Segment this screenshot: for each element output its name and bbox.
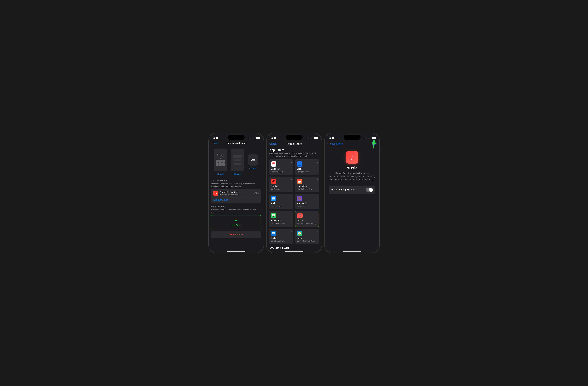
messages-sub: Filter Conversations (271, 222, 291, 224)
dynamic-island-3 (343, 135, 361, 140)
status-icons-1: ▲ ●●●● 100 (248, 137, 259, 139)
app-name-large: Music (346, 166, 357, 170)
filter-messages[interactable]: › 💬 Messages Filter Conversations (269, 211, 293, 227)
chevron-messages: › (291, 213, 292, 215)
signal-icon-1: ●●●● (251, 137, 255, 139)
app-filters-title: App Filters (267, 147, 321, 152)
filter-outlook[interactable]: › 📧 Outlook Set a Focus Profile (269, 228, 293, 244)
chevron-fantastical: › (317, 179, 318, 181)
filter-mammoth[interactable]: › 🦣 Mammoth Focus (295, 194, 319, 209)
status-time-2: 15:41 (271, 137, 276, 139)
preview-time: 15:41 (217, 154, 224, 157)
grid-item-3 (222, 160, 225, 163)
home-indicator-2 (285, 251, 303, 252)
music-sub: Set Use Listening History (297, 223, 317, 225)
lock-screen-item: Choose (231, 148, 244, 175)
safari-sub: Set Profile or Tab Group (297, 240, 317, 242)
lock-screen-preview (231, 148, 244, 171)
phone-preview: 15:41 (214, 148, 227, 171)
battery-icon-1: 100 (256, 137, 259, 139)
power-icon: ⏻ (213, 191, 218, 196)
focus-filters-header: FOCUS FILTERS (209, 204, 264, 208)
calendar-name: Calendar (271, 167, 291, 170)
calendar-sub: Filter Calendars (271, 171, 291, 173)
dynamic-island-1 (228, 135, 245, 140)
wifi-icon-3: ▲ (364, 137, 366, 139)
dynamic-island-2 (286, 135, 303, 140)
calendar-icon: 📅 (271, 161, 276, 167)
status-time-1: 15:41 (213, 137, 218, 139)
grid-item-5 (219, 163, 222, 166)
drafts-icon: 🟦 (297, 161, 302, 167)
back-label-3: Focus Filters (329, 142, 342, 145)
smart-activation-sub: Turns on automatically (220, 194, 253, 196)
add-filter-label: Add Filter (231, 224, 240, 226)
home-indicator-1 (227, 251, 245, 252)
watch-preview: 10:09 (248, 154, 258, 165)
modal-nav: Cancel Focus Filters (267, 141, 321, 147)
delete-focus-button[interactable]: Delete Focus (211, 231, 261, 238)
battery-icon-2: 100 (314, 137, 317, 139)
filter-fantastical[interactable]: › 📆 Fantastical Filter Calendar Sets (295, 177, 319, 192)
listening-history-toggle[interactable] (366, 188, 373, 192)
fantastical-icon: 📆 (297, 179, 302, 184)
wifi-icon-1: ▲ (248, 137, 250, 139)
filter-safari[interactable]: › 🧭 Safari Set Profile or Tab Group (295, 228, 319, 244)
choose-label-3[interactable]: Choose (249, 167, 257, 169)
phone-2: 15:41 ▲ ●●●● 100 Cancel Focus Filters Ap… (266, 133, 322, 253)
everlog-sub: Set Journals (271, 188, 291, 190)
grid-item-2 (219, 160, 222, 163)
detail-content: ♪ Music Choose if music played will infl… (325, 147, 379, 197)
music-name: Music (297, 219, 317, 222)
toggle-label: Use Listening History (331, 188, 354, 191)
svg-line-1 (373, 142, 374, 148)
everlog-icon: 🖊 (271, 179, 276, 184)
filter-everlog[interactable]: › 🖊 Everlog Set Journals (269, 177, 293, 192)
back-button-1[interactable]: ‹ Focus (211, 142, 219, 144)
chevron-drafts: › (317, 161, 318, 163)
outlook-icon: 📧 (271, 230, 276, 236)
back-chevron-1: ‹ (211, 142, 212, 144)
filter-music[interactable]: › 🎵 Music Set Use Listening History (295, 211, 319, 227)
back-button-3[interactable]: ‹ Focus Filters (327, 142, 343, 145)
preview-dots (219, 158, 222, 159)
back-chevron-3: ‹ (327, 142, 328, 145)
grid-item-6 (222, 163, 225, 166)
safari-name: Safari (297, 237, 317, 239)
grid-item-1 (216, 160, 219, 163)
phone-2-content: Cancel Focus Filters App Filters Customi… (267, 141, 321, 253)
chevron-safari: › (317, 230, 318, 233)
page-title-1: Kids music Focus (226, 142, 246, 144)
filter-drafts[interactable]: › 🟦 Drafts Configure Drafts (295, 159, 319, 175)
filter-grid: › 📅 Calendar Filter Calendars › 🟦 Drafts… (267, 159, 321, 244)
status-icons-2: ▲ ●●●● 100 (306, 137, 317, 139)
dot-3 (221, 158, 222, 159)
nav-bar-1: ‹ Focus Kids music Focus (209, 141, 264, 146)
phone-3: 15:41 ▲ ●●●● 100 ‹ Focus Filters Add (324, 133, 380, 253)
app-description: Choose if music played will influence re… (329, 172, 375, 181)
choose-label-2[interactable]: Choose (234, 173, 241, 175)
smart-activation-item[interactable]: ⏻ Smart Activation Turns on automaticall… (211, 189, 261, 198)
mail-sub: Filter Inboxes (271, 205, 291, 207)
phone-1-content: ‹ Focus Kids music Focus 15:41 (209, 141, 264, 253)
fantastical-sub: Filter Calendar Sets (297, 188, 317, 190)
status-time-3: 15:41 (329, 137, 334, 139)
chevron-mail: › (291, 196, 292, 198)
mail-icon: ✉️ (271, 196, 276, 201)
phone-preview-item: 15:41 Choose (214, 148, 227, 175)
filter-mail[interactable]: › ✉️ Mail Filter Inboxes (269, 194, 293, 209)
add-filter-button[interactable]: + Add Filter (211, 215, 261, 229)
signal-icon-3: ●●●● (367, 137, 371, 139)
choose-label-1[interactable]: Choose (217, 173, 224, 175)
chevron-calendar: › (291, 161, 292, 163)
music-icon: 🎵 (297, 213, 303, 219)
battery-icon-3: 100 (372, 137, 375, 139)
outlook-name: Outlook (271, 237, 291, 239)
schedule-header: SET A SCHEDULE (209, 179, 264, 182)
filter-calendar[interactable]: › 📅 Calendar Filter Calendars (269, 159, 293, 175)
toggle-knob (369, 188, 373, 192)
cancel-button[interactable]: Cancel (270, 142, 277, 145)
add-schedule-button[interactable]: Add Schedule (213, 199, 228, 201)
customization-row: 15:41 Choose (209, 146, 264, 179)
watch-time: 10:09 (251, 159, 255, 161)
